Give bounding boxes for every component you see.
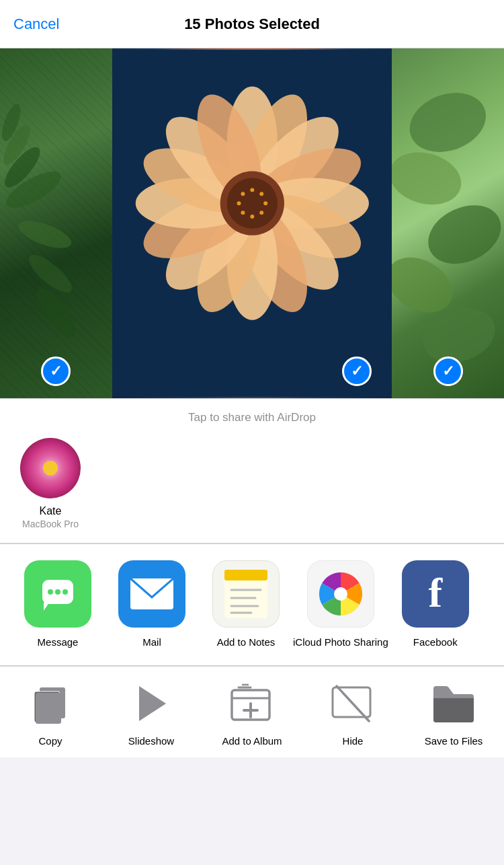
share-item-message[interactable]: Message bbox=[11, 560, 105, 649]
svg-point-1 bbox=[15, 215, 75, 254]
message-label: Message bbox=[38, 636, 79, 649]
device-name-kate: Kate bbox=[40, 505, 62, 517]
check-badge-3 bbox=[433, 356, 463, 386]
hide-label: Hide bbox=[343, 735, 364, 747]
svg-marker-56 bbox=[139, 686, 166, 721]
svg-point-28 bbox=[263, 201, 267, 205]
check-badge-1 bbox=[41, 356, 71, 386]
icloud-label: iCloud Photo Sharing bbox=[293, 636, 388, 649]
slideshow-icon bbox=[128, 680, 175, 727]
cancel-button[interactable]: Cancel bbox=[13, 15, 59, 33]
add-album-icon bbox=[228, 680, 276, 727]
svg-point-31 bbox=[241, 211, 245, 215]
hide-icon bbox=[329, 680, 376, 727]
airdrop-device-kate[interactable]: Kate MacBook Pro bbox=[20, 438, 81, 529]
airdrop-devices: Kate MacBook Pro bbox=[13, 438, 491, 529]
svg-point-52 bbox=[334, 587, 347, 601]
header: Cancel 15 Photos Selected bbox=[0, 0, 504, 48]
svg-point-41 bbox=[48, 589, 53, 595]
photo-item-1[interactable] bbox=[0, 48, 112, 398]
photo-item-3[interactable] bbox=[392, 48, 504, 398]
facebook-f-icon: f bbox=[428, 572, 442, 613]
svg-point-26 bbox=[250, 188, 254, 192]
slideshow-label: Slideshow bbox=[128, 735, 174, 747]
action-item-save[interactable]: Save to Files bbox=[410, 680, 497, 747]
svg-point-43 bbox=[62, 589, 68, 595]
action-item-hide[interactable]: Hide bbox=[309, 680, 396, 747]
photo-item-2[interactable] bbox=[112, 48, 392, 398]
device-avatar-kate bbox=[20, 438, 81, 498]
notes-label: Add to Notes bbox=[217, 636, 276, 649]
action-item-slideshow[interactable]: Slideshow bbox=[108, 680, 195, 747]
svg-line-65 bbox=[337, 686, 369, 721]
icloud-app-icon bbox=[307, 560, 374, 628]
svg-point-5 bbox=[31, 283, 82, 343]
svg-point-25 bbox=[226, 178, 277, 229]
svg-point-30 bbox=[250, 215, 254, 219]
facebook-label: Facebook bbox=[413, 636, 458, 649]
share-item-icloud[interactable]: iCloud Photo Sharing bbox=[293, 560, 388, 649]
copy-label: Copy bbox=[38, 735, 62, 747]
page-title: 15 Photos Selected bbox=[184, 15, 320, 33]
airdrop-section: Tap to share with AirDrop Kate MacBook P… bbox=[0, 399, 504, 543]
mail-app-icon bbox=[118, 560, 185, 628]
message-app-icon bbox=[24, 560, 91, 628]
photo-strip bbox=[0, 48, 504, 398]
save-icon bbox=[430, 680, 477, 727]
svg-point-3 bbox=[24, 249, 77, 298]
svg-point-32 bbox=[237, 201, 241, 205]
copy-icon bbox=[27, 680, 74, 727]
share-row: Message Mail Add to Notes bbox=[0, 544, 504, 666]
facebook-app-icon: f bbox=[402, 560, 469, 628]
svg-point-33 bbox=[241, 192, 245, 196]
add-album-label: Add to Album bbox=[222, 735, 282, 747]
share-item-facebook[interactable]: f Facebook bbox=[388, 560, 482, 649]
mail-label: Mail bbox=[142, 636, 161, 649]
share-item-notes[interactable]: Add to Notes bbox=[199, 560, 293, 649]
action-item-add-album[interactable]: Add to Album bbox=[208, 680, 296, 747]
save-label: Save to Files bbox=[425, 735, 483, 747]
action-item-copy[interactable]: Copy bbox=[7, 680, 94, 747]
svg-point-36 bbox=[419, 194, 504, 274]
svg-point-35 bbox=[392, 145, 467, 212]
airdrop-label: Tap to share with AirDrop bbox=[13, 411, 491, 424]
svg-point-42 bbox=[55, 589, 60, 595]
action-row: Copy Slideshow A bbox=[0, 667, 504, 757]
device-type-kate: MacBook Pro bbox=[22, 519, 79, 529]
svg-point-27 bbox=[259, 192, 263, 196]
svg-marker-40 bbox=[44, 603, 49, 611]
notes-app-icon bbox=[212, 560, 280, 628]
svg-rect-46 bbox=[224, 570, 267, 580]
share-item-mail[interactable]: Mail bbox=[105, 560, 199, 649]
svg-rect-55 bbox=[36, 693, 61, 724]
svg-point-29 bbox=[259, 211, 263, 215]
svg-point-34 bbox=[402, 83, 495, 162]
